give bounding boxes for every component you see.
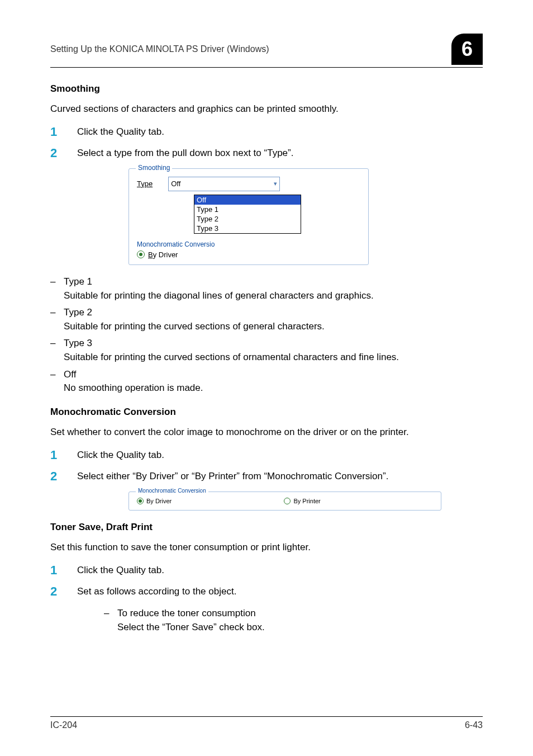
by-driver-radio-label: By Driver — [148, 251, 178, 259]
screenshot-smoothing-groupbox: Smoothing Type Off ▾ Off Type 1 Type 2 T… — [129, 168, 369, 265]
toner-bullet-line2: Select the “Toner Save” check box. — [117, 622, 265, 632]
by-driver-radio-label: By Driver — [146, 498, 172, 504]
type3-name: Type 3 — [64, 338, 92, 348]
by-printer-radio-label: By Printer — [293, 498, 320, 504]
type-dropdown-list[interactable]: Off Type 1 Type 2 Type 3 — [194, 195, 301, 234]
by-driver-radio[interactable] — [137, 251, 145, 258]
heading-toner-save: Toner Save, Draft Print — [50, 522, 483, 533]
type-off-name: Off — [64, 369, 76, 380]
step-number: 1 — [50, 125, 77, 139]
running-header-title: Setting Up the KONICA MINOLTA PS Driver … — [50, 44, 269, 54]
dropdown-option-off[interactable]: Off — [194, 195, 301, 205]
type-combobox[interactable]: Off ▾ — [168, 177, 280, 191]
chapter-number-badge: 6 — [451, 34, 483, 65]
screenshot-mono-conversion-groupbox: Monochromatic Conversion By Driver By Pr… — [129, 492, 441, 511]
type3-desc: Suitable for printing the curved section… — [64, 352, 399, 362]
step-text: Click the Quality tab. — [77, 564, 483, 578]
step-number: 1 — [50, 448, 77, 462]
type-off-desc: No smoothing operation is made. — [64, 382, 203, 393]
groupbox-legend: Monochromatic Conversion — [136, 488, 208, 494]
toner-intro: Set this function to save the toner cons… — [50, 541, 483, 555]
combobox-value: Off — [171, 179, 180, 188]
type1-desc: Suitable for printing the diagonal lines… — [64, 290, 374, 301]
dropdown-option-type2[interactable]: Type 2 — [194, 214, 301, 224]
toner-sub-list: – To reduce the toner consumption Select… — [104, 607, 483, 634]
type-label: Type — [137, 179, 153, 188]
type2-name: Type 2 — [64, 307, 92, 318]
footer-right: 6-43 — [465, 720, 483, 730]
step-text: Click the Quality tab. — [77, 125, 483, 139]
mono-conversion-legend-truncated: Monochromatic Conversio — [137, 240, 360, 248]
heading-monochromatic-conversion: Monochromatic Conversion — [50, 407, 483, 418]
chevron-down-icon: ▾ — [274, 180, 277, 187]
step-text: Select either “By Driver” or “By Printer… — [77, 470, 483, 484]
groupbox-legend: Smoothing — [136, 164, 172, 172]
smoothing-intro: Curved sections of characters and graphi… — [50, 102, 483, 116]
type1-name: Type 1 — [64, 276, 92, 287]
step-number: 1 — [50, 564, 77, 577]
type2-desc: Suitable for printing the curved section… — [64, 321, 325, 332]
step-number: 2 — [50, 470, 77, 483]
heading-smoothing: Smoothing — [50, 83, 483, 94]
by-driver-radio[interactable] — [137, 498, 144, 504]
step-text: Set as follows according to the object. — [77, 585, 483, 599]
footer-rule — [50, 716, 483, 717]
footer-left: IC-204 — [50, 720, 77, 730]
header-rule — [50, 67, 483, 68]
dropdown-option-type3[interactable]: Type 3 — [194, 224, 301, 233]
smoothing-type-list: – Type 1 Suitable for printing the diago… — [50, 275, 483, 395]
step-number: 2 — [50, 147, 77, 160]
toner-bullet-line1: To reduce the toner consumption — [117, 608, 256, 618]
dropdown-option-type1[interactable]: Type 1 — [194, 205, 301, 214]
mono-intro: Set whether to convert the color image t… — [50, 426, 483, 440]
step-number: 2 — [50, 585, 77, 598]
step-text: Select a type from the pull down box nex… — [77, 147, 483, 160]
by-printer-radio[interactable] — [284, 498, 291, 504]
step-text: Click the Quality tab. — [77, 448, 483, 462]
